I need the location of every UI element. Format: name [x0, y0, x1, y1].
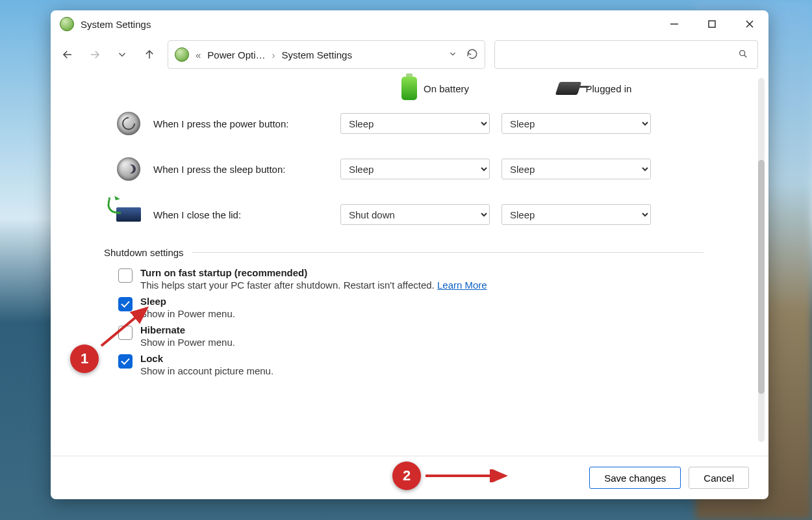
annotation-badge-1: 1 — [70, 344, 99, 373]
option-lock: LockShow in account picture menu. — [118, 353, 704, 376]
recent-dropdown[interactable] — [113, 46, 131, 64]
row-close-lid: When I close the lid: Shut down Sleep — [116, 202, 704, 228]
minimize-button[interactable] — [655, 10, 693, 38]
select-power-plugged[interactable]: Sleep — [501, 113, 651, 134]
breadcrumb-current[interactable]: System Settings — [282, 49, 352, 60]
breadcrumb-parent[interactable]: Power Opti… — [207, 49, 265, 60]
svg-line-8 — [744, 55, 747, 57]
chevron-down-icon[interactable] — [448, 49, 457, 60]
divider — [192, 252, 704, 253]
svg-line-9 — [101, 308, 147, 346]
cancel-button[interactable]: Cancel — [689, 467, 749, 489]
column-plugged-in: Plugged in — [586, 83, 632, 94]
select-sleep-battery[interactable]: Sleep — [340, 159, 490, 179]
plugged-in-icon — [555, 82, 581, 95]
address-bar[interactable]: « Power Opti… › System Settings — [168, 40, 485, 69]
close-button[interactable] — [731, 10, 768, 38]
control-panel-window: System Settings « Power Opti… › System S… — [51, 10, 768, 499]
select-lid-plugged[interactable]: Sleep — [501, 204, 651, 225]
label-power-button: When I press the power button: — [153, 118, 329, 129]
content-pane: On battery Plugged in When I press the p… — [51, 73, 768, 456]
select-lid-battery[interactable]: Shut down — [340, 204, 490, 225]
row-power-button: When I press the power button: Sleep Sle… — [116, 110, 704, 136]
maximize-button[interactable] — [693, 10, 731, 38]
window-title: System Settings — [81, 19, 151, 30]
label-sleep-button: When I press the sleep button: — [153, 164, 329, 175]
column-on-battery: On battery — [424, 83, 469, 94]
row-sleep-button: When I press the sleep button: Sleep Sle… — [116, 156, 704, 182]
forward-button[interactable] — [86, 46, 104, 64]
save-changes-button[interactable]: Save changes — [589, 467, 681, 489]
back-button[interactable] — [58, 46, 77, 64]
column-headers: On battery Plugged in — [401, 77, 704, 100]
option-hibernate: HibernateShow in Power menu. — [118, 324, 704, 348]
sleep-button-icon — [117, 157, 140, 181]
label-close-lid: When I close the lid: — [153, 209, 329, 220]
navigation-row: « Power Opti… › System Settings — [51, 38, 768, 73]
option-fast-startup: Turn on fast startup (recommended) This … — [118, 267, 704, 291]
checkbox-fast-startup[interactable] — [118, 268, 133, 283]
power-button-icon — [117, 112, 140, 135]
learn-more-link[interactable]: Learn More — [437, 280, 487, 291]
annotation-arrow-2 — [422, 469, 513, 482]
battery-icon — [401, 77, 417, 100]
lock-title: Lock — [140, 353, 273, 364]
power-options-icon — [175, 47, 189, 62]
option-sleep: SleepShow in Power menu. — [118, 296, 704, 319]
scrollbar-thumb[interactable] — [758, 160, 765, 394]
up-button[interactable] — [140, 46, 159, 64]
fast-startup-title: Turn on fast startup (recommended) — [140, 267, 487, 278]
shutdown-settings-heading: Shutdown settings — [104, 247, 704, 258]
search-box[interactable] — [494, 40, 758, 69]
svg-rect-1 — [709, 21, 715, 27]
search-icon — [738, 49, 748, 61]
svg-point-7 — [740, 50, 745, 55]
lock-desc: Show in account picture menu. — [140, 365, 273, 376]
checkbox-lock[interactable] — [118, 354, 133, 369]
select-sleep-plugged[interactable]: Sleep — [501, 159, 651, 179]
fast-startup-desc: This helps start your PC faster after sh… — [140, 280, 435, 291]
annotation-badge-2: 2 — [392, 462, 421, 490]
laptop-lid-icon — [116, 207, 141, 222]
titlebar: System Settings — [51, 10, 768, 38]
app-icon — [60, 17, 74, 31]
refresh-icon[interactable] — [466, 48, 478, 62]
select-power-battery[interactable]: Sleep — [340, 113, 490, 134]
annotation-arrow-1 — [96, 303, 155, 351]
breadcrumb-prefix: « — [196, 49, 201, 60]
chevron-right-icon: › — [272, 49, 275, 60]
